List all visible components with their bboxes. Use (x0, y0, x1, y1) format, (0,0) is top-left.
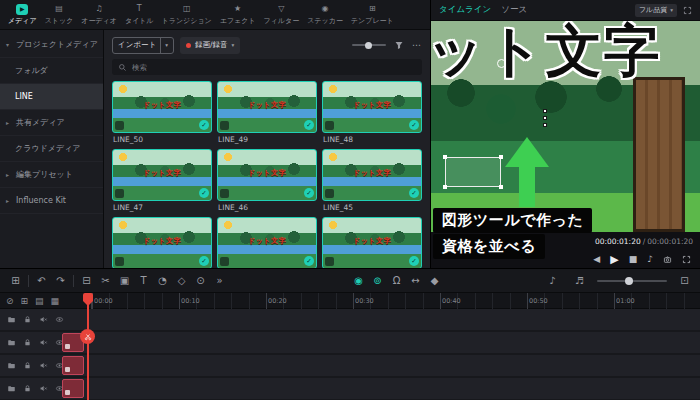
redo-icon[interactable]: ↷ (51, 272, 70, 290)
mute-icon[interactable] (39, 361, 48, 370)
auto-sync-icon[interactable]: ⊚ (368, 272, 387, 290)
search-bar[interactable] (112, 59, 422, 75)
tab-timeline[interactable]: タイムライン (439, 4, 491, 16)
move-tool-icon[interactable]: ↔ (406, 272, 425, 290)
lock-icon[interactable] (23, 315, 32, 324)
track-height-icon[interactable]: ▦ (51, 296, 60, 306)
lock-icon[interactable] (23, 338, 32, 347)
tab-sticker[interactable]: ◉ ステッカー (303, 0, 347, 30)
added-check-icon[interactable]: ✓ (409, 120, 419, 130)
speed-icon[interactable]: ◔ (153, 272, 172, 290)
delete-icon[interactable]: ⊟ (77, 272, 96, 290)
timeline-clip[interactable] (62, 356, 84, 375)
lock-icon[interactable] (23, 384, 32, 393)
sidebar-item-folder[interactable]: フォルダ (0, 58, 103, 84)
ruler-scale[interactable]: 00:00 00:10 00:20 00:30 00:40 00:50 01:0… (90, 293, 700, 309)
track-row[interactable] (0, 378, 700, 399)
grid-view-icon[interactable]: ⊞ (21, 296, 29, 306)
more-options-icon[interactable]: ⋯ (412, 40, 422, 50)
handle-dot[interactable] (543, 123, 547, 127)
shape-drag-handle[interactable] (543, 109, 547, 127)
audio-mixer-icon[interactable]: ♪ (543, 272, 562, 290)
media-grid-icon[interactable]: ⊞ (6, 272, 25, 290)
snapshot-icon[interactable] (663, 255, 672, 264)
selection-handle[interactable] (443, 185, 447, 189)
more-tools-icon[interactable]: » (210, 272, 229, 290)
split-clip-button[interactable] (80, 329, 95, 344)
ripple-edit-icon[interactable]: ◉ (349, 272, 368, 290)
slider-knob[interactable] (365, 42, 372, 49)
media-thumbnail[interactable]: ドット文字 ✓ (322, 217, 422, 268)
media-thumbnail[interactable]: ドット文字 ✓ (217, 81, 317, 133)
quality-dropdown[interactable]: フル品質 ▾ (635, 4, 677, 17)
record-toggle-icon[interactable]: ⊙ (191, 272, 210, 290)
search-input[interactable] (132, 63, 416, 72)
track-row[interactable] (0, 355, 700, 376)
timeline-clip[interactable] (62, 379, 84, 398)
zoom-slider-knob[interactable] (625, 277, 633, 285)
sidebar-item-cloud-media[interactable]: クラウドメディア (0, 136, 103, 162)
sidebar-item-edit-presets[interactable]: ▸ 編集プリセット (0, 162, 103, 188)
media-thumbnail[interactable]: ドット文字 ✓ (322, 81, 422, 133)
added-check-icon[interactable]: ✓ (409, 188, 419, 198)
added-check-icon[interactable]: ✓ (409, 256, 419, 266)
tab-transition[interactable]: ◫ トランジション (158, 0, 216, 30)
timeline-zoom-slider[interactable] (597, 280, 667, 282)
add-keyframe-icon[interactable]: ◆ (425, 272, 444, 290)
split-icon[interactable]: ✂ (96, 272, 115, 290)
selection-handle[interactable] (499, 185, 503, 189)
playhead-line[interactable] (87, 293, 89, 400)
tab-audio[interactable]: ♫ オーディオ (77, 0, 121, 30)
track-row[interactable] (0, 332, 700, 353)
volume-button[interactable]: ♪ (647, 254, 653, 264)
media-thumbnail[interactable]: ドット文字 ✓ (112, 217, 212, 268)
crop-icon[interactable]: ▣ (115, 272, 134, 290)
track-row[interactable] (0, 309, 700, 330)
sidebar-item-shared-media[interactable]: ▸ 共有メディア (0, 110, 103, 136)
green-arrow-graphic[interactable] (505, 137, 549, 167)
tab-filter[interactable]: ▽ フィルター (260, 0, 304, 30)
media-thumbnail[interactable]: ドット文字 ✓ (322, 149, 422, 201)
tab-media[interactable]: ▶ メディア (4, 0, 41, 30)
media-thumbnail[interactable]: ドット文字 ✓ (112, 149, 212, 201)
mute-icon[interactable] (39, 315, 48, 324)
sidebar-item-line[interactable]: LINE (0, 84, 103, 110)
selection-handle[interactable] (443, 155, 447, 159)
added-check-icon[interactable]: ✓ (199, 120, 209, 130)
added-check-icon[interactable]: ✓ (304, 188, 314, 198)
media-thumbnail[interactable]: ドット文字 ✓ (112, 81, 212, 133)
stop-button[interactable]: ■ (629, 254, 638, 264)
shape-selection-box[interactable] (445, 157, 501, 187)
mute-icon[interactable] (39, 384, 48, 393)
funnel-filter-icon[interactable] (394, 40, 404, 50)
thumbnail-size-slider[interactable] (352, 44, 386, 46)
detach-preview-icon[interactable] (683, 6, 692, 15)
media-thumbnail[interactable]: ドット文字 ✓ (217, 149, 317, 201)
added-check-icon[interactable]: ✓ (304, 256, 314, 266)
disable-track-icon[interactable]: ⊘ (6, 296, 14, 306)
lock-icon[interactable] (23, 361, 32, 370)
handle-dot[interactable] (543, 116, 547, 120)
sidebar-item-project-media[interactable]: ▾ プロジェクトメディア (0, 32, 103, 58)
tab-title[interactable]: T タイトル (121, 0, 158, 30)
green-arrow-graphic[interactable] (519, 165, 535, 207)
play-button[interactable]: ▶ (610, 253, 618, 266)
added-check-icon[interactable]: ✓ (199, 256, 209, 266)
tab-stock[interactable]: ▤ ストック (41, 0, 78, 30)
tab-template[interactable]: ⊞ テンプレート (347, 0, 398, 30)
record-button[interactable]: 録画/録音 ▾ (180, 37, 240, 54)
sidebar-item-influence-kit[interactable]: ▸ Influence Kit (0, 188, 103, 214)
added-check-icon[interactable]: ✓ (304, 120, 314, 130)
track-list-icon[interactable]: ▤ (35, 296, 44, 306)
eye-icon[interactable] (55, 315, 64, 324)
tab-effect[interactable]: ★ エフェクト (216, 0, 260, 30)
media-thumbnail[interactable]: ドット文字 ✓ (217, 217, 317, 268)
mute-icon[interactable] (39, 338, 48, 347)
added-check-icon[interactable]: ✓ (199, 188, 209, 198)
tab-source[interactable]: ソース (501, 4, 527, 16)
import-button[interactable]: インポート ▾ (112, 37, 174, 54)
handle-dot[interactable] (543, 109, 547, 113)
text-tool-icon[interactable]: T (134, 272, 153, 290)
fit-timeline-icon[interactable]: ⊡ (675, 272, 694, 290)
audio-tool-icon[interactable]: ♬ (570, 272, 589, 290)
